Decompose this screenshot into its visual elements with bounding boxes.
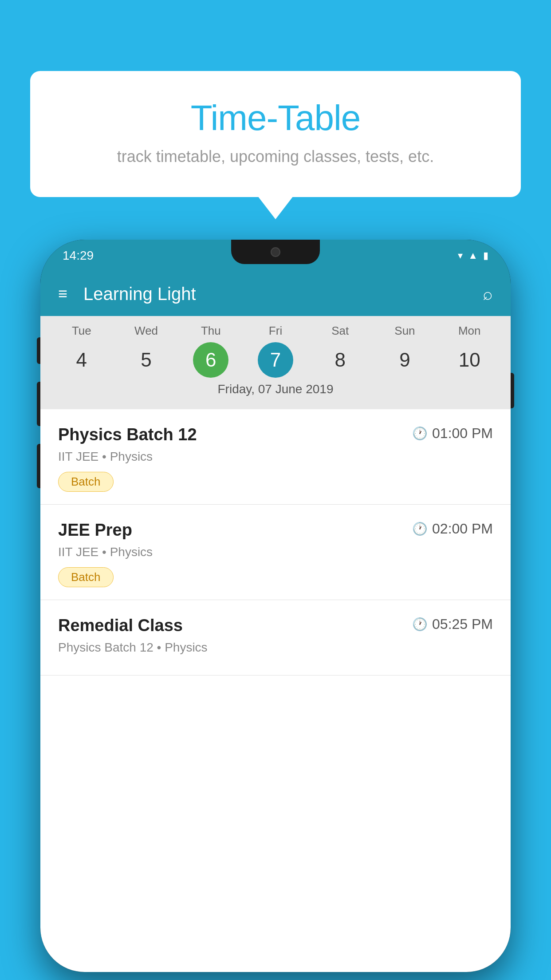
day-col-thu[interactable]: Thu6 bbox=[178, 324, 243, 378]
day-number: 9 bbox=[387, 342, 422, 378]
day-col-sat[interactable]: Sat8 bbox=[308, 324, 373, 378]
class-subtitle: IIT JEE • Physics bbox=[58, 545, 493, 559]
class-time: 🕐 02:00 PM bbox=[412, 521, 493, 537]
day-number: 5 bbox=[129, 342, 164, 378]
class-name: Physics Batch 12 bbox=[58, 425, 197, 444]
day-col-sun[interactable]: Sun9 bbox=[373, 324, 437, 378]
class-item[interactable]: Remedial Class🕐 05:25 PMPhysics Batch 12… bbox=[40, 600, 511, 676]
time-value: 05:25 PM bbox=[432, 616, 493, 632]
class-item[interactable]: Physics Batch 12🕐 01:00 PMIIT JEE • Phys… bbox=[40, 409, 511, 505]
search-icon[interactable]: ⌕ bbox=[483, 285, 493, 304]
day-number: 8 bbox=[323, 342, 358, 378]
day-row: Tue4Wed5Thu6Fri7Sat8Sun9Mon10 bbox=[40, 316, 511, 378]
day-name: Fri bbox=[269, 324, 282, 338]
class-subtitle: Physics Batch 12 • Physics bbox=[58, 640, 493, 655]
class-subtitle: IIT JEE • Physics bbox=[58, 450, 493, 464]
status-icons: ▾ ▲ ▮ bbox=[458, 250, 488, 261]
battery-icon: ▮ bbox=[483, 250, 488, 261]
day-number: 10 bbox=[452, 342, 487, 378]
calendar-strip[interactable]: Tue4Wed5Thu6Fri7Sat8Sun9Mon10 Friday, 07… bbox=[40, 316, 511, 409]
clock-icon: 🕐 bbox=[412, 426, 428, 441]
day-number: 7 bbox=[258, 342, 293, 378]
phone-mockup: 14:29 ▾ ▲ ▮ ≡ Learning Light ⌕ Tue4Wed5T… bbox=[40, 240, 511, 972]
class-item-header: JEE Prep🕐 02:00 PM bbox=[58, 521, 493, 540]
app-bar: ≡ Learning Light ⌕ bbox=[40, 272, 511, 316]
app-bar-title: Learning Light bbox=[83, 284, 483, 304]
tooltip-title: Time-Table bbox=[57, 98, 494, 138]
clock-icon: 🕐 bbox=[412, 522, 428, 536]
signal-icon: ▲ bbox=[468, 250, 478, 261]
tooltip-subtitle: track timetable, upcoming classes, tests… bbox=[57, 147, 494, 166]
day-number: 6 bbox=[193, 342, 228, 378]
batch-tag: Batch bbox=[58, 567, 114, 587]
class-name: JEE Prep bbox=[58, 521, 132, 540]
batch-tag: Batch bbox=[58, 472, 114, 492]
front-camera bbox=[271, 247, 280, 257]
tooltip-card: Time-Table track timetable, upcoming cla… bbox=[30, 71, 521, 197]
class-name: Remedial Class bbox=[58, 616, 183, 635]
day-col-fri[interactable]: Fri7 bbox=[243, 324, 308, 378]
hamburger-menu-icon[interactable]: ≡ bbox=[58, 285, 67, 303]
class-time: 🕐 01:00 PM bbox=[412, 425, 493, 442]
day-name: Wed bbox=[134, 324, 158, 338]
day-name: Sun bbox=[394, 324, 415, 338]
day-name: Mon bbox=[458, 324, 481, 338]
day-col-wed[interactable]: Wed5 bbox=[114, 324, 179, 378]
day-col-tue[interactable]: Tue4 bbox=[49, 324, 114, 378]
class-item-header: Remedial Class🕐 05:25 PM bbox=[58, 616, 493, 635]
clock-icon: 🕐 bbox=[412, 617, 428, 632]
time-value: 01:00 PM bbox=[432, 425, 493, 442]
phone-notch bbox=[231, 240, 320, 264]
day-name: Tue bbox=[72, 324, 91, 338]
class-item[interactable]: JEE Prep🕐 02:00 PMIIT JEE • PhysicsBatch bbox=[40, 505, 511, 600]
day-number: 4 bbox=[64, 342, 99, 378]
day-name: Thu bbox=[201, 324, 221, 338]
day-name: Sat bbox=[331, 324, 349, 338]
phone-frame: 14:29 ▾ ▲ ▮ ≡ Learning Light ⌕ Tue4Wed5T… bbox=[40, 240, 511, 972]
class-time: 🕐 05:25 PM bbox=[412, 616, 493, 632]
selected-date-label: Friday, 07 June 2019 bbox=[218, 382, 334, 396]
status-time: 14:29 bbox=[63, 249, 94, 263]
classes-list: Physics Batch 12🕐 01:00 PMIIT JEE • Phys… bbox=[40, 409, 511, 972]
time-value: 02:00 PM bbox=[432, 521, 493, 537]
class-item-header: Physics Batch 12🕐 01:00 PM bbox=[58, 425, 493, 444]
day-col-mon[interactable]: Mon10 bbox=[437, 324, 502, 378]
wifi-icon: ▾ bbox=[458, 250, 463, 261]
